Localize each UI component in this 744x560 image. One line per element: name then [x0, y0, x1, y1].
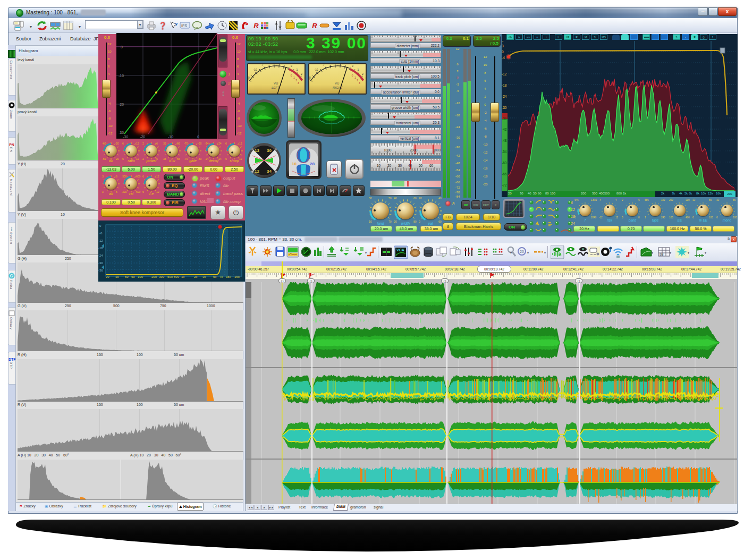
svg-text:0: 0 [291, 74, 292, 77]
svg-text:VCA: VCA [396, 248, 404, 252]
svg-text:IFS: IFS [181, 24, 187, 28]
svg-text:-30: -30 [119, 131, 124, 134]
svg-text:10: 10 [377, 164, 381, 167]
svg-text:3: 3 [365, 77, 366, 80]
svg-text:RIGHT: RIGHT [333, 86, 343, 89]
svg-text:-7: -7 [261, 64, 264, 66]
svg-text:20: 20 [520, 250, 524, 253]
svg-text:3: 3 [298, 81, 299, 84]
svg-text:34: 34 [267, 169, 272, 174]
svg-text:0: 0 [197, 135, 199, 139]
svg-text:-10: -10 [168, 135, 173, 139]
svg-text:-20: -20 [140, 135, 145, 139]
svg-text:-30: -30 [123, 135, 128, 139]
svg-text:0: 0 [121, 45, 123, 49]
svg-text:50: 50 [419, 164, 423, 167]
svg-text:-66: -66 [502, 172, 507, 176]
svg-text:60: 60 [131, 275, 135, 278]
svg-text:-4: -4 [502, 56, 505, 60]
svg-text:-6: -6 [99, 232, 103, 235]
svg-text:20: 20 [106, 275, 109, 278]
svg-text:3k: 3k [202, 275, 206, 278]
svg-text:2: 2 [295, 79, 297, 82]
svg-text:-24: -24 [502, 95, 507, 98]
svg-text:300: 300 [159, 275, 165, 278]
svg-text:-7: -7 [322, 64, 325, 66]
svg-text:40: 40 [408, 164, 412, 167]
svg-text:2000: 2000 [410, 148, 418, 152]
svg-text:-10: -10 [253, 68, 257, 71]
svg-text:-42: -42 [502, 128, 507, 131]
svg-text:-1: -1 [283, 64, 286, 65]
svg-text:-10: -10 [314, 68, 318, 71]
svg-text:13: 13 [255, 148, 259, 153]
svg-text:16k: 16k [234, 275, 240, 278]
svg-text:-18: -18 [502, 83, 507, 87]
svg-text:10: 10 [292, 162, 297, 166]
svg-text:2: 2 [357, 79, 358, 82]
svg-text:0: 0 [502, 50, 504, 54]
svg-text:30: 30 [267, 148, 272, 153]
svg-text:-30: -30 [98, 261, 103, 265]
svg-text:12: 12 [571, 208, 575, 211]
svg-text:12: 12 [255, 169, 259, 174]
svg-text:-12: -12 [98, 239, 103, 242]
svg-text:1000: 1000 [384, 148, 392, 152]
svg-text:3: 3 [304, 77, 305, 80]
svg-text:28: 28 [310, 162, 315, 166]
svg-text:7k: 7k [219, 275, 223, 278]
svg-text:-30: -30 [502, 106, 507, 109]
svg-text:800: 800 [174, 275, 180, 278]
svg-text:6: 6 [502, 41, 504, 42]
svg-text:3: 3 [359, 81, 360, 84]
svg-text:-60: -60 [502, 161, 507, 165]
svg-text:0: 0 [291, 64, 292, 67]
svg-text:-36: -36 [502, 117, 507, 121]
svg-text:3000: 3000 [433, 148, 441, 152]
svg-text:-18: -18 [98, 247, 103, 250]
svg-text:-24: -24 [98, 254, 103, 257]
svg-text:2: 2 [362, 72, 363, 75]
svg-text:2k: 2k [194, 275, 198, 278]
svg-text:BM: BM [660, 253, 664, 256]
svg-text:-10: -10 [119, 74, 124, 78]
svg-text:5k: 5k [213, 275, 217, 278]
svg-text:100: 100 [138, 275, 143, 278]
svg-text:20: 20 [387, 164, 392, 167]
svg-text:-36: -36 [98, 269, 103, 272]
svg-text:-20: -20 [248, 76, 250, 79]
svg-text:30: 30 [398, 164, 402, 167]
svg-text:VU: VU [274, 82, 278, 85]
svg-text:1: 1 [358, 68, 359, 71]
svg-text:1: 1 [293, 76, 295, 79]
svg-text:1k: 1k [181, 275, 185, 278]
svg-text:24: 24 [570, 222, 575, 225]
svg-text:15k: 15k [226, 275, 232, 278]
svg-text:60: 60 [429, 164, 434, 167]
svg-text:-12: -12 [502, 72, 507, 76]
svg-text:-72: -72 [502, 183, 507, 187]
svg-text:1: 1 [354, 76, 356, 79]
svg-text:0: 0 [352, 64, 353, 67]
svg-text:𝐛: 𝐛 [246, 21, 248, 26]
svg-text:-48: -48 [502, 139, 507, 142]
svg-text:-20: -20 [119, 103, 124, 106]
svg-text:?: ? [175, 22, 178, 27]
svg-text:500: 500 [167, 275, 173, 278]
svg-text:VU: VU [335, 82, 339, 85]
svg-text:-20: -20 [309, 76, 311, 79]
svg-text:50: 50 [125, 275, 129, 278]
svg-text:-1: -1 [344, 64, 347, 65]
svg-text:0: 0 [352, 74, 353, 77]
svg-text:1: 1 [297, 68, 298, 71]
svg-text:6: 6 [571, 201, 573, 205]
svg-text:3: 3 [502, 44, 504, 48]
svg-text:200: 200 [151, 275, 157, 278]
svg-text:-54: -54 [502, 150, 507, 154]
svg-text:30: 30 [115, 275, 119, 278]
svg-text:2: 2 [301, 72, 302, 75]
